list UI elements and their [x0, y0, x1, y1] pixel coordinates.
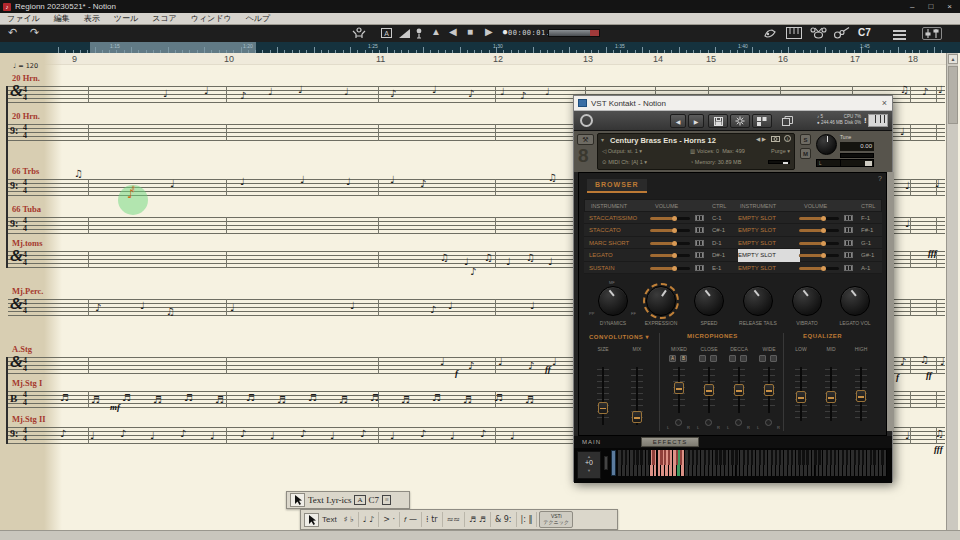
piano-key-black[interactable]: [621, 450, 623, 465]
note-glyph[interactable]: ♩: [464, 256, 469, 267]
piano-key-black[interactable]: [640, 450, 642, 465]
mic-button-toggle[interactable]: [710, 355, 717, 362]
note-glyph[interactable]: ♩: [330, 430, 335, 441]
fader-size[interactable]: [597, 367, 609, 425]
note-glyph[interactable]: ♩: [230, 302, 235, 313]
play-button[interactable]: ▶: [485, 26, 493, 37]
note-glyph[interactable]: ♩: [500, 86, 505, 97]
mixer-panel-button[interactable]: [922, 27, 942, 40]
fader-mic-close[interactable]: [703, 367, 715, 413]
piano-key-black[interactable]: [842, 450, 844, 465]
volume-slider[interactable]: [650, 217, 690, 220]
piano-key-black[interactable]: [743, 450, 745, 465]
output-field[interactable]: ◁ Output: st. 1 ▾: [602, 148, 642, 154]
note-glyph[interactable]: ♩: [390, 174, 395, 185]
minimize-button[interactable]: –: [910, 2, 914, 11]
knob-dynamics[interactable]: [598, 286, 628, 316]
fader-knob[interactable]: [598, 402, 608, 414]
mic-pan-knob[interactable]: [765, 419, 772, 426]
note-glyph[interactable]: ♪: [528, 360, 534, 371]
mic-tool-icon[interactable]: [415, 28, 423, 39]
knob-release-tails[interactable]: [743, 286, 773, 316]
slot-name[interactable]: EMPTY SLOT: [738, 215, 800, 221]
palette-symbol-button-2[interactable]: > ·: [379, 512, 400, 527]
note-glyph[interactable]: ♩: [940, 356, 945, 367]
keyboard-instrument-icon[interactable]: [786, 27, 802, 39]
note-glyph[interactable]: ♫: [526, 252, 535, 263]
slider-knob[interactable]: [821, 216, 826, 221]
info-icon[interactable]: i: [784, 135, 791, 142]
octave-transpose-control[interactable]: ▲ +0 ▼: [577, 451, 601, 479]
fader-knob[interactable]: [632, 411, 642, 423]
palette-symbol-button-6[interactable]: ♬ ♬: [465, 512, 491, 527]
note-glyph[interactable]: ♩: [300, 174, 305, 185]
slider-knob[interactable]: [821, 253, 826, 258]
entry-tool-icon[interactable]: [763, 27, 777, 39]
note-glyph[interactable]: ♩: [905, 218, 910, 229]
volume-slider[interactable]: [650, 229, 690, 232]
fader-mic-decca[interactable]: [733, 367, 745, 413]
piano-key-black[interactable]: [696, 450, 698, 465]
piano-key-black[interactable]: [708, 450, 710, 465]
mic-pan-knob[interactable]: [705, 419, 712, 426]
piano-key-black[interactable]: [854, 450, 856, 465]
note-glyph[interactable]: ♬: [401, 394, 410, 405]
note-glyph[interactable]: ♪: [420, 178, 426, 189]
piano-key-black[interactable]: [873, 450, 875, 465]
note-glyph[interactable]: ♩: [552, 356, 557, 367]
palette-lyrics-label[interactable]: Lyr-ics: [326, 495, 351, 505]
volume-slider[interactable]: [799, 217, 839, 220]
note-glyph[interactable]: ♩: [498, 356, 503, 367]
note-glyph[interactable]: ♬: [122, 392, 131, 403]
piano-key-black[interactable]: [680, 450, 682, 465]
note-glyph[interactable]: ♪: [520, 90, 526, 101]
slider-knob[interactable]: [821, 266, 826, 271]
menu-item-4[interactable]: スコア: [145, 13, 184, 24]
palette-symbol-button-1[interactable]: ♩ ♪: [359, 512, 379, 527]
tune-knob[interactable]: [816, 134, 837, 155]
note-glyph[interactable]: ♩: [938, 84, 943, 95]
note-glyph[interactable]: ♩: [448, 300, 453, 311]
piano-key-black[interactable]: [660, 450, 662, 465]
note-glyph[interactable]: ♩: [935, 178, 940, 189]
mic-button-toggle[interactable]: [759, 355, 766, 362]
close-button[interactable]: ×: [947, 2, 952, 11]
piano-key-black[interactable]: [775, 450, 777, 465]
volume-slider[interactable]: [650, 267, 690, 270]
note-glyph[interactable]: ♩: [204, 85, 209, 96]
piano-key-black[interactable]: [763, 450, 765, 465]
note-glyph[interactable]: ♩: [163, 88, 168, 99]
menu-item-1[interactable]: 編集: [47, 13, 77, 24]
slot-name[interactable]: LEGATO: [589, 252, 651, 258]
piano-key-black[interactable]: [751, 450, 753, 465]
note-glyph[interactable]: ♪: [240, 428, 246, 439]
piano-key-black[interactable]: [826, 450, 828, 465]
piano-key-black[interactable]: [648, 450, 650, 465]
piano-key-black[interactable]: [798, 450, 800, 465]
note-glyph[interactable]: ♪: [360, 428, 366, 439]
slider-knob[interactable]: [672, 216, 677, 221]
help-icon[interactable]: ?: [878, 175, 882, 182]
slider-knob[interactable]: [821, 228, 826, 233]
rewind-button[interactable]: ◀: [449, 26, 457, 37]
piano-key-black[interactable]: [791, 450, 793, 465]
note-glyph[interactable]: ♩: [268, 86, 273, 97]
knob-legato-vol[interactable]: [840, 286, 870, 316]
instrument-dropdown-icon[interactable]: ▾: [601, 136, 604, 143]
volume-slider[interactable]: [799, 254, 839, 257]
keyboard-view-toggle[interactable]: [868, 114, 888, 127]
volume-slider[interactable]: [650, 254, 690, 257]
slot-name[interactable]: SUSTAIN: [589, 265, 651, 271]
piano-key-black[interactable]: [731, 450, 733, 465]
note-glyph[interactable]: ♩: [432, 84, 437, 95]
palette-symbol-button-0[interactable]: ♯ ♭: [340, 512, 359, 527]
volume-slider[interactable]: [799, 242, 839, 245]
piano-key-black[interactable]: [715, 450, 717, 465]
note-glyph[interactable]: ♪: [468, 360, 474, 371]
slot-name[interactable]: STACCATO: [589, 227, 651, 233]
mic-button-toggle[interactable]: [729, 355, 736, 362]
note-glyph[interactable]: ♬: [215, 394, 224, 405]
next-instrument-button[interactable]: ▶: [688, 114, 704, 128]
volume-slider[interactable]: [650, 242, 690, 245]
warning-indicator[interactable]: !: [864, 116, 867, 125]
